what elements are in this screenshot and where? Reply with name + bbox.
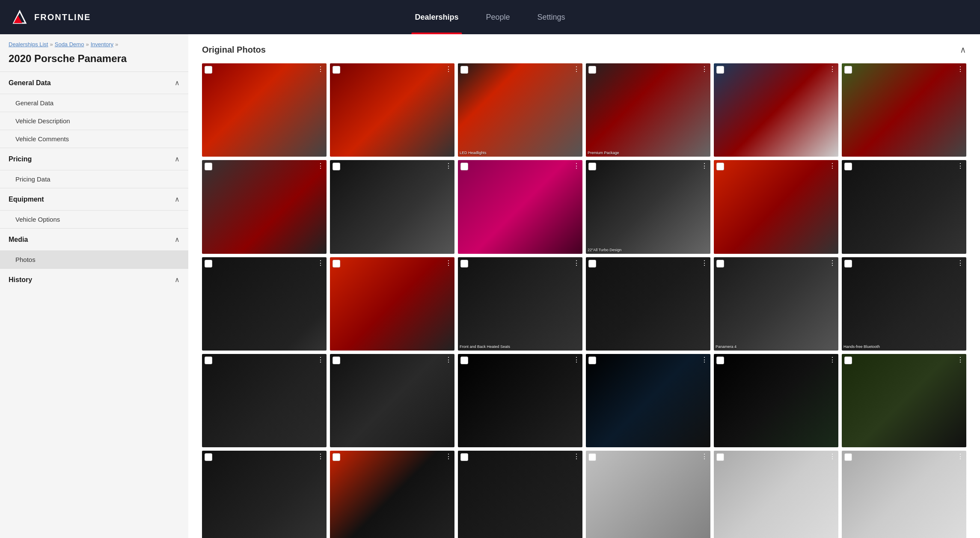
photo-menu-icon[interactable]: ⋮ bbox=[829, 357, 836, 363]
photo-menu-icon[interactable]: ⋮ bbox=[701, 66, 708, 73]
photo-cell[interactable]: ⋮ bbox=[202, 160, 327, 253]
photo-menu-icon[interactable]: ⋮ bbox=[445, 163, 452, 169]
sidebar-item-pricing-data[interactable]: Pricing Data bbox=[0, 170, 188, 188]
photo-checkbox[interactable] bbox=[716, 260, 724, 268]
photo-cell[interactable]: ⋮ bbox=[586, 451, 710, 538]
photo-checkbox[interactable] bbox=[460, 357, 468, 364]
photo-menu-icon[interactable]: ⋮ bbox=[829, 260, 836, 267]
sidebar-section-equipment-header[interactable]: Equipment ∧ bbox=[0, 188, 188, 210]
photo-menu-icon[interactable]: ⋮ bbox=[445, 357, 452, 363]
sidebar-item-vehicle-comments[interactable]: Vehicle Comments bbox=[0, 130, 188, 148]
sidebar-section-media-header[interactable]: Media ∧ bbox=[0, 229, 188, 250]
photo-menu-icon[interactable]: ⋮ bbox=[701, 453, 708, 460]
photo-checkbox[interactable] bbox=[205, 260, 212, 268]
photo-checkbox[interactable] bbox=[844, 357, 852, 364]
photo-cell[interactable]: ⋮ bbox=[330, 63, 454, 157]
photo-checkbox[interactable] bbox=[588, 66, 596, 74]
photo-cell[interactable]: ⋮ bbox=[202, 354, 327, 447]
photo-cell[interactable]: ⋮ bbox=[586, 257, 710, 351]
sidebar-item-vehicle-options[interactable]: Vehicle Options bbox=[0, 210, 188, 228]
breadcrumb-soda-demo[interactable]: Soda Demo bbox=[55, 41, 84, 48]
photo-checkbox[interactable] bbox=[716, 66, 724, 74]
breadcrumb-dealerships-list[interactable]: Dealerships List bbox=[9, 41, 48, 48]
breadcrumb-inventory[interactable]: Inventory bbox=[91, 41, 113, 48]
photo-checkbox[interactable] bbox=[205, 357, 212, 364]
photo-menu-icon[interactable]: ⋮ bbox=[317, 453, 324, 460]
photo-menu-icon[interactable]: ⋮ bbox=[957, 453, 964, 460]
photo-cell[interactable]: ⋮ bbox=[202, 257, 327, 351]
photo-cell[interactable]: ⋮ bbox=[458, 160, 582, 253]
photo-checkbox[interactable] bbox=[588, 260, 596, 268]
photo-checkbox[interactable] bbox=[844, 453, 852, 461]
photo-menu-icon[interactable]: ⋮ bbox=[957, 260, 964, 267]
photo-checkbox[interactable] bbox=[588, 453, 596, 461]
photo-checkbox[interactable] bbox=[460, 163, 468, 170]
photo-menu-icon[interactable]: ⋮ bbox=[445, 260, 452, 267]
photo-cell[interactable]: ⋮ bbox=[842, 354, 966, 447]
photo-cell[interactable]: ⋮Hands-free Bluetooth bbox=[842, 257, 966, 351]
sidebar-item-general-data[interactable]: General Data bbox=[0, 94, 188, 112]
photo-checkbox[interactable] bbox=[844, 163, 852, 170]
photo-checkbox[interactable] bbox=[205, 163, 212, 170]
photo-checkbox[interactable] bbox=[588, 163, 596, 170]
photo-cell[interactable]: ⋮ bbox=[202, 451, 327, 538]
photo-cell[interactable]: ⋮ bbox=[586, 354, 710, 447]
photo-menu-icon[interactable]: ⋮ bbox=[701, 163, 708, 169]
photo-menu-icon[interactable]: ⋮ bbox=[829, 66, 836, 73]
photo-checkbox[interactable] bbox=[333, 357, 340, 364]
photo-cell[interactable]: ⋮ bbox=[330, 257, 454, 351]
photo-menu-icon[interactable]: ⋮ bbox=[445, 66, 452, 73]
photo-cell[interactable]: ⋮ bbox=[330, 354, 454, 447]
photo-menu-icon[interactable]: ⋮ bbox=[957, 163, 964, 169]
photo-menu-icon[interactable]: ⋮ bbox=[957, 66, 964, 73]
photo-cell[interactable]: ⋮ bbox=[842, 160, 966, 253]
photo-cell[interactable]: ⋮ bbox=[842, 451, 966, 538]
photo-cell[interactable]: ⋮ bbox=[714, 354, 838, 447]
photo-cell[interactable]: ⋮ bbox=[458, 354, 582, 447]
photo-menu-icon[interactable]: ⋮ bbox=[573, 163, 580, 169]
photo-menu-icon[interactable]: ⋮ bbox=[573, 66, 580, 73]
photo-checkbox[interactable] bbox=[205, 66, 212, 74]
photo-cell[interactable]: ⋮Front and Back Heated Seats bbox=[458, 257, 582, 351]
photo-menu-icon[interactable]: ⋮ bbox=[573, 453, 580, 460]
photo-cell[interactable]: ⋮ bbox=[714, 160, 838, 253]
photo-menu-icon[interactable]: ⋮ bbox=[317, 66, 324, 73]
photo-cell[interactable]: ⋮ bbox=[458, 451, 582, 538]
photo-menu-icon[interactable]: ⋮ bbox=[573, 357, 580, 363]
photo-menu-icon[interactable]: ⋮ bbox=[957, 357, 964, 363]
photo-menu-icon[interactable]: ⋮ bbox=[701, 260, 708, 267]
sidebar-section-history-header[interactable]: History ∧ bbox=[0, 269, 188, 291]
photo-cell[interactable]: ⋮ bbox=[330, 451, 454, 538]
photo-checkbox[interactable] bbox=[333, 260, 340, 268]
photo-checkbox[interactable] bbox=[333, 453, 340, 461]
photo-checkbox[interactable] bbox=[588, 357, 596, 364]
photo-checkbox[interactable] bbox=[460, 260, 468, 268]
sidebar-item-photos[interactable]: Photos bbox=[0, 250, 188, 268]
photo-cell[interactable]: ⋮22"All Turbo Design bbox=[586, 160, 710, 253]
photo-checkbox[interactable] bbox=[333, 163, 340, 170]
photo-cell[interactable]: ⋮ bbox=[714, 451, 838, 538]
photo-menu-icon[interactable]: ⋮ bbox=[829, 163, 836, 169]
photo-cell[interactable]: ⋮ bbox=[842, 63, 966, 157]
photo-checkbox[interactable] bbox=[716, 357, 724, 364]
collapse-photos-button[interactable]: ∧ bbox=[960, 45, 966, 55]
photo-menu-icon[interactable]: ⋮ bbox=[573, 260, 580, 267]
photo-checkbox[interactable] bbox=[205, 453, 212, 461]
photo-cell[interactable]: ⋮ bbox=[714, 63, 838, 157]
sidebar-item-vehicle-description[interactable]: Vehicle Description bbox=[0, 112, 188, 130]
sidebar-section-pricing-header[interactable]: Pricing ∧ bbox=[0, 148, 188, 170]
photo-menu-icon[interactable]: ⋮ bbox=[829, 453, 836, 460]
nav-dealerships[interactable]: Dealerships bbox=[411, 0, 462, 34]
photo-menu-icon[interactable]: ⋮ bbox=[445, 453, 452, 460]
nav-people[interactable]: People bbox=[482, 0, 513, 34]
sidebar-section-general-data-header[interactable]: General Data ∧ bbox=[0, 72, 188, 94]
photo-checkbox[interactable] bbox=[716, 453, 724, 461]
photo-cell[interactable]: ⋮Premium Package bbox=[586, 63, 710, 157]
photo-menu-icon[interactable]: ⋮ bbox=[701, 357, 708, 363]
nav-settings[interactable]: Settings bbox=[534, 0, 569, 34]
photo-menu-icon[interactable]: ⋮ bbox=[317, 357, 324, 363]
photo-checkbox[interactable] bbox=[844, 66, 852, 74]
photo-menu-icon[interactable]: ⋮ bbox=[317, 260, 324, 267]
photo-menu-icon[interactable]: ⋮ bbox=[317, 163, 324, 169]
photo-cell[interactable]: ⋮ bbox=[330, 160, 454, 253]
